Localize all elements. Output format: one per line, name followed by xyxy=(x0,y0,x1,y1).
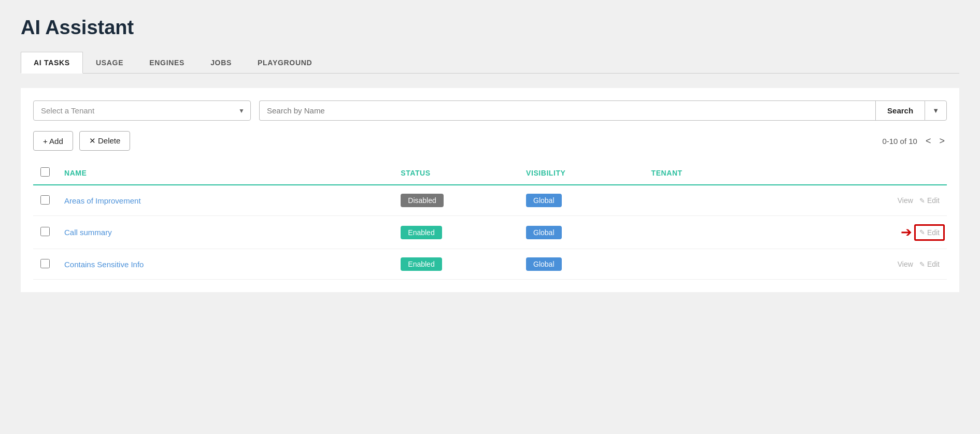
filter-row: Select a Tenant ▼ Search ▼ xyxy=(33,100,947,121)
tasks-table: NAME STATUS VISIBILITY TENANT xyxy=(33,161,947,280)
search-input[interactable] xyxy=(259,100,875,121)
chevron-down-icon: ▼ xyxy=(932,107,939,114)
actions-left: + Add ✕ Delete xyxy=(33,131,130,151)
row-actions-cell: ➔ ✎ Edit xyxy=(769,216,947,249)
tab-jobs[interactable]: JOBS xyxy=(197,52,245,74)
row-name-cell: Contains Sensitive Info xyxy=(57,249,393,280)
task-name-link[interactable]: Call summary xyxy=(64,228,112,237)
pagination-info: 0-10 of 10 < > xyxy=(882,136,947,147)
add-button[interactable]: + Add xyxy=(33,131,73,151)
row-checkbox[interactable] xyxy=(40,195,50,205)
row-actions-call-summary: ➔ ✎ Edit xyxy=(776,224,940,240)
row-visibility-cell: Global xyxy=(519,216,644,249)
table-row: Contains Sensitive Info Enabled Global xyxy=(33,249,947,280)
content-area: Select a Tenant ▼ Search ▼ xyxy=(21,88,959,292)
view-link[interactable]: View xyxy=(898,196,913,205)
select-all-checkbox[interactable] xyxy=(40,167,50,177)
row-name-cell: Call summary xyxy=(57,216,393,249)
status-badge: Enabled xyxy=(401,257,442,271)
page-title: AI Assistant xyxy=(21,17,959,39)
pagination-text: 0-10 of 10 xyxy=(882,137,917,146)
next-page-button[interactable]: > xyxy=(937,136,947,147)
tab-usage[interactable]: USAGE xyxy=(83,52,136,74)
tenant-select[interactable]: Select a Tenant xyxy=(33,100,251,121)
header-name: NAME xyxy=(57,161,393,185)
edit-icon: ✎ xyxy=(919,228,925,236)
view-link[interactable]: View xyxy=(898,260,913,268)
row-checkbox[interactable] xyxy=(40,227,50,236)
edit-link[interactable]: ✎ Edit xyxy=(919,196,940,205)
edit-link-highlighted[interactable]: ✎ Edit xyxy=(919,228,940,237)
tab-playground[interactable]: PLAYGROUND xyxy=(245,52,325,74)
header-status: STATUS xyxy=(393,161,519,185)
task-name-link[interactable]: Contains Sensitive Info xyxy=(64,260,144,269)
row-status-cell: Enabled xyxy=(393,216,519,249)
header-actions xyxy=(769,161,947,185)
visibility-badge: Global xyxy=(526,194,561,207)
task-name-link[interactable]: Areas of Improvement xyxy=(64,196,141,205)
row-status-cell: Enabled xyxy=(393,249,519,280)
row-visibility-cell: Global xyxy=(519,249,644,280)
pagination-nav: < > xyxy=(924,136,947,147)
page-container: AI Assistant AI TASKS USAGE ENGINES JOBS… xyxy=(0,0,980,434)
row-checkbox-cell xyxy=(33,185,57,216)
tabs-bar: AI TASKS USAGE ENGINES JOBS PLAYGROUND xyxy=(21,51,959,74)
edit-link[interactable]: ✎ Edit xyxy=(919,260,940,268)
status-badge: Disabled xyxy=(401,194,443,207)
table-body: Areas of Improvement Disabled Global xyxy=(33,185,947,280)
red-arrow-icon: ➔ xyxy=(901,224,912,240)
actions-row: + Add ✕ Delete 0-10 of 10 < > xyxy=(33,131,947,151)
row-actions: View ✎ Edit xyxy=(776,260,940,268)
edit-highlight-box: ✎ Edit xyxy=(919,228,940,237)
row-checkbox[interactable] xyxy=(40,259,50,268)
header-visibility: VISIBILITY xyxy=(519,161,644,185)
edit-icon: ✎ xyxy=(919,197,925,205)
row-tenant-cell xyxy=(644,216,769,249)
search-wrapper: Search ▼ xyxy=(259,100,947,121)
row-status-cell: Disabled xyxy=(393,185,519,216)
delete-button[interactable]: ✕ Delete xyxy=(79,131,131,151)
row-actions-cell: View ✎ Edit xyxy=(769,185,947,216)
row-tenant-cell xyxy=(644,249,769,280)
header-tenant: TENANT xyxy=(644,161,769,185)
header-checkbox-cell xyxy=(33,161,57,185)
prev-page-button[interactable]: < xyxy=(924,136,933,147)
tab-ai-tasks[interactable]: AI TASKS xyxy=(21,52,83,74)
tenant-select-wrapper: Select a Tenant ▼ xyxy=(33,100,251,121)
row-actions-cell: View ✎ Edit xyxy=(769,249,947,280)
table-row: Areas of Improvement Disabled Global xyxy=(33,185,947,216)
row-visibility-cell: Global xyxy=(519,185,644,216)
header-row: NAME STATUS VISIBILITY TENANT xyxy=(33,161,947,185)
table-row: Call summary Enabled Global xyxy=(33,216,947,249)
search-dropdown-button[interactable]: ▼ xyxy=(925,100,947,121)
edit-icon: ✎ xyxy=(919,261,925,268)
row-name-cell: Areas of Improvement xyxy=(57,185,393,216)
search-button[interactable]: Search xyxy=(875,100,925,121)
row-checkbox-cell xyxy=(33,249,57,280)
tab-engines[interactable]: ENGINES xyxy=(136,52,197,74)
status-badge: Enabled xyxy=(401,226,442,239)
visibility-badge: Global xyxy=(526,257,561,271)
row-checkbox-cell xyxy=(33,216,57,249)
visibility-badge: Global xyxy=(526,226,561,239)
row-tenant-cell xyxy=(644,185,769,216)
row-actions: View ✎ Edit xyxy=(776,196,940,205)
table-header: NAME STATUS VISIBILITY TENANT xyxy=(33,161,947,185)
